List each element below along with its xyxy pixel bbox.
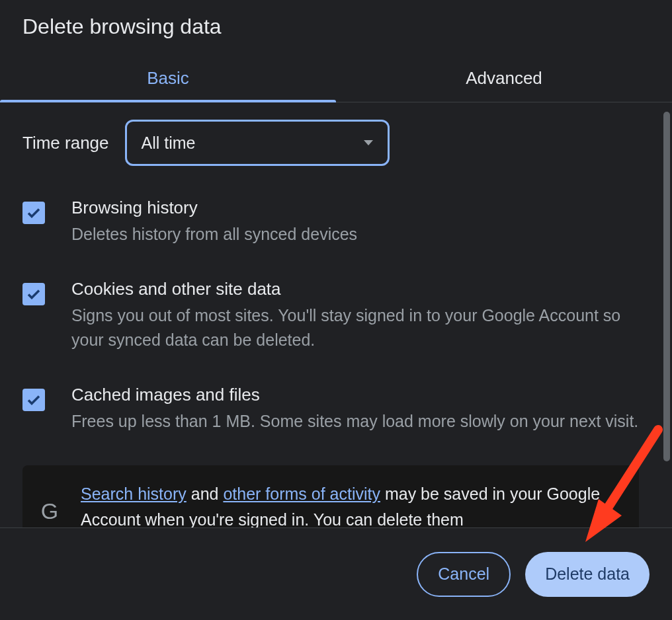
option-browsing-history: Browsing history Deletes history from al… <box>22 198 639 247</box>
chevron-down-icon <box>364 140 373 145</box>
check-icon <box>26 392 42 408</box>
dialog-body: Time range All time Browsing history Del… <box>0 102 672 527</box>
option-title: Browsing history <box>71 198 639 218</box>
checkbox-browsing-history[interactable] <box>22 202 45 224</box>
scrollbar[interactable] <box>661 102 672 527</box>
option-title: Cached images and files <box>71 385 639 405</box>
dialog-footer: Cancel Delete data <box>0 527 672 620</box>
scroll-area: Time range All time Browsing history Del… <box>0 102 661 527</box>
dialog-title: Delete browsing data <box>0 0 672 46</box>
google-account-info: G Search history and other forms of acti… <box>22 465 639 527</box>
google-g-icon: G <box>38 500 61 522</box>
info-text-segment: and <box>187 484 224 503</box>
option-desc: Signs you out of most sites. You'll stay… <box>71 303 639 353</box>
delete-browsing-data-dialog: Delete browsing data Basic Advanced Time… <box>0 0 672 620</box>
check-icon <box>26 205 42 221</box>
tab-basic[interactable]: Basic <box>0 58 336 102</box>
option-cache: Cached images and files Frees up less th… <box>22 385 639 434</box>
time-range-select[interactable]: All time <box>125 120 390 166</box>
option-text: Cached images and files Frees up less th… <box>71 385 639 434</box>
option-title: Cookies and other site data <box>71 279 639 299</box>
check-icon <box>26 286 42 302</box>
tab-bar: Basic Advanced <box>0 58 672 102</box>
option-desc: Deletes history from all synced devices <box>71 222 639 247</box>
checkbox-cookies[interactable] <box>22 283 45 305</box>
time-range-value: All time <box>142 134 196 153</box>
info-text: Search history and other forms of activi… <box>81 481 623 527</box>
checkbox-cache[interactable] <box>22 389 45 411</box>
option-cookies: Cookies and other site data Signs you ou… <box>22 279 639 353</box>
option-text: Cookies and other site data Signs you ou… <box>71 279 639 353</box>
option-text: Browsing history Deletes history from al… <box>71 198 639 247</box>
delete-data-button[interactable]: Delete data <box>525 552 650 597</box>
scroll-thumb[interactable] <box>663 112 670 461</box>
search-history-link[interactable]: Search history <box>81 484 187 503</box>
time-range-label: Time range <box>22 133 109 153</box>
option-desc: Frees up less than 1 MB. Some sites may … <box>71 409 639 434</box>
other-activity-link[interactable]: other forms of activity <box>223 484 380 503</box>
time-range-row: Time range All time <box>22 120 639 166</box>
tab-advanced[interactable]: Advanced <box>336 58 672 102</box>
cancel-button[interactable]: Cancel <box>417 552 511 597</box>
